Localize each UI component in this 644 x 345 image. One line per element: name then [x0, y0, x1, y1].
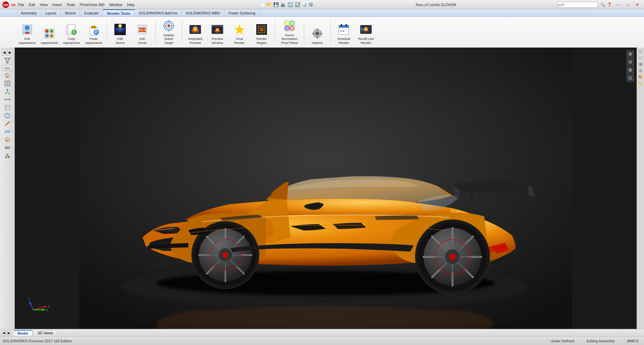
- right-tab-3[interactable]: ▤: [638, 61, 644, 67]
- minimize-button[interactable]: –: [613, 1, 623, 8]
- svg-text:Z: Z: [28, 297, 30, 301]
- svg-text:X: X: [48, 305, 50, 308]
- right-tab-2[interactable]: □: [638, 55, 644, 61]
- menu-edit[interactable]: Edit: [27, 2, 37, 7]
- scene-illumination-button[interactable]: Scene IlluminationProof Sheet: [278, 17, 301, 46]
- sidebar-3d-icon[interactable]: [1, 112, 13, 119]
- sidebar-component-icon[interactable]: [1, 80, 13, 87]
- tab-evaluate[interactable]: Evaluate: [80, 9, 103, 16]
- search-input[interactable]: [557, 2, 598, 8]
- options-label: Options: [312, 41, 323, 45]
- print-icon[interactable]: 🖨️: [280, 2, 285, 7]
- integrated-preview-button[interactable]: IntegratedPreview: [185, 21, 206, 46]
- display-states-target-button[interactable]: Display StatesTarget: [158, 17, 179, 46]
- right-tab-4[interactable]: ◎: [638, 67, 644, 73]
- tab-render-tools[interactable]: Render Tools: [103, 9, 135, 16]
- sidebar-dimensions-icon[interactable]: [1, 96, 13, 103]
- sidebar-home-icon[interactable]: 🏠: [1, 72, 13, 79]
- close-button[interactable]: ✕: [633, 1, 642, 8]
- vp-corner-4[interactable]: ⊡: [627, 74, 634, 82]
- window-controls: – □ ✕: [613, 1, 642, 8]
- edit-decal-label: EditDecal: [138, 37, 146, 45]
- sidebar-assembly-icon[interactable]: [1, 152, 13, 159]
- sidebar-pencil-icon[interactable]: [1, 120, 13, 127]
- tab-solidworks-addins[interactable]: SOLIDWORKS Add-Ins: [135, 9, 182, 16]
- vp-corner-3[interactable]: ⊠: [627, 66, 634, 74]
- edit-scene-button[interactable]: EditScene: [110, 21, 130, 46]
- feature-tree-panel[interactable]: Ass: [1, 65, 13, 71]
- collapse-left-button[interactable]: ◀: [2, 49, 7, 56]
- schedule-render-button[interactable]: ScheduleRender: [333, 21, 354, 46]
- paste-appearance-button[interactable]: P PasteAppearance: [83, 21, 104, 46]
- menu-file[interactable]: File: [16, 2, 26, 7]
- svg-rect-83: [5, 105, 10, 110]
- sidebar-spline-icon[interactable]: [1, 128, 13, 135]
- svg-rect-103: [509, 191, 512, 202]
- recall-last-render-button[interactable]: Recall LastRender: [356, 21, 376, 46]
- new-icon[interactable]: 📄: [260, 2, 265, 7]
- tab-sketch[interactable]: Sketch: [61, 9, 80, 16]
- tab-next-button[interactable]: ▶: [6, 330, 11, 336]
- menu-photoview[interactable]: PhotoView 360: [78, 2, 107, 7]
- sidebar-sketch2d-icon[interactable]: [1, 104, 13, 111]
- view-icon[interactable]: 📊: [302, 2, 307, 7]
- menu-view[interactable]: View: [38, 2, 50, 7]
- appearance-icon: [43, 27, 56, 40]
- svg-rect-64: [340, 30, 342, 31]
- sidebar-tree-icon[interactable]: [1, 88, 13, 95]
- 3d-viewport[interactable]: 🔍 ✋ ↖ 📐 ▣ ◎ ⬛ 🌐 💡 ✨ 📷 ▼: [15, 48, 637, 329]
- preview-window-button[interactable]: PreviewWindow: [207, 21, 228, 46]
- settings-icon[interactable]: ⚙️: [308, 2, 314, 7]
- edit-scene-label: EditScene: [116, 37, 125, 45]
- right-tab-1[interactable]: ⬡: [638, 48, 644, 54]
- right-tab-5[interactable]: 🎨: [638, 74, 644, 80]
- tab-3d-views[interactable]: 3D Views: [33, 330, 57, 336]
- copy-appearance-icon: C: [65, 23, 78, 36]
- open-icon[interactable]: 📂: [267, 2, 272, 7]
- tab-model[interactable]: Model: [13, 330, 33, 336]
- svg-rect-55: [317, 36, 318, 39]
- menu-tools[interactable]: Tools: [64, 2, 77, 7]
- svg-point-147: [449, 254, 456, 260]
- sidebar-relation-icon[interactable]: [1, 144, 13, 151]
- options-button[interactable]: Options: [307, 21, 328, 46]
- tab-power-surfacing[interactable]: Power Surfacing: [224, 9, 260, 16]
- menu-help[interactable]: Help: [125, 2, 137, 7]
- right-panel: ⬡ □ ▤ ◎ 🎨 📐: [637, 48, 644, 329]
- tab-layout[interactable]: Layout: [41, 9, 61, 16]
- copy-appearance-label: CopyAppearance: [63, 37, 80, 45]
- filter-icon[interactable]: [1, 57, 13, 64]
- render-region-button[interactable]: RenderRegion: [251, 21, 272, 46]
- vp-corner-2[interactable]: ⊟: [627, 58, 634, 66]
- pointer-icon[interactable]: ↖️: [295, 2, 300, 7]
- tab-assembly[interactable]: Assembly: [17, 9, 41, 16]
- help-icon[interactable]: ❓: [607, 2, 612, 7]
- final-render-button[interactable]: FinalRender: [229, 21, 250, 46]
- svg-point-53: [315, 31, 319, 36]
- svg-point-9: [45, 34, 49, 38]
- coordinate-indicator: X Y Z: [25, 291, 52, 319]
- copy-appearance-button[interactable]: C CopyAppearance: [61, 21, 82, 46]
- svg-point-29: [167, 24, 170, 27]
- svg-rect-59: [339, 25, 349, 28]
- menu-window[interactable]: Window: [107, 2, 124, 7]
- tab-solidworks-mbd[interactable]: SOLIDWORKS MBD: [182, 9, 224, 16]
- collapse-right-button[interactable]: ▶: [7, 49, 13, 56]
- right-tab-6[interactable]: 📐: [638, 80, 644, 86]
- separator-4: [275, 20, 275, 44]
- search-icon[interactable]: 🔍: [600, 2, 605, 7]
- appearance-button[interactable]: Appearance: [39, 21, 60, 46]
- vp-corner-1[interactable]: ⊞: [627, 50, 634, 58]
- display-states-target-icon: [162, 19, 175, 32]
- edit-decal-button[interactable]: DECAL EditDecal: [132, 21, 153, 46]
- save-icon[interactable]: 💾: [273, 2, 279, 7]
- tab-prev-button[interactable]: ◀: [1, 330, 6, 336]
- sidebar-smart-dimension-icon[interactable]: D: [1, 136, 13, 143]
- separator-1: [107, 20, 107, 44]
- status-right-items: Under Defined Editing Assembly MMGS: [547, 339, 641, 343]
- status-defined: Under Defined: [547, 339, 577, 343]
- edit-appearance-button[interactable]: EditAppearance: [17, 21, 38, 46]
- maximize-button[interactable]: □: [623, 1, 632, 8]
- undo-icon[interactable]: ↩️: [287, 2, 293, 7]
- menu-insert[interactable]: Insert: [50, 2, 64, 7]
